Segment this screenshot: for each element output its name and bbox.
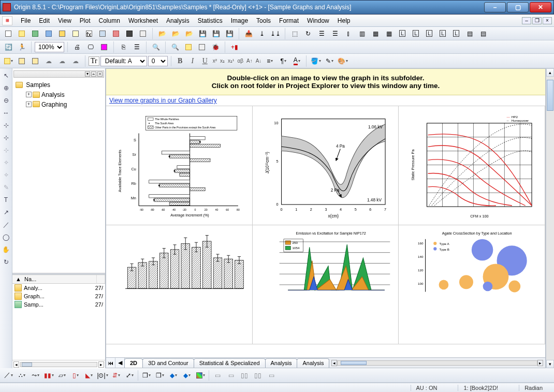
superscript-button[interactable]: x² bbox=[212, 58, 218, 64]
text-tool[interactable]: T bbox=[1, 195, 11, 205]
pan-tool[interactable]: ✋ bbox=[1, 244, 11, 255]
rescale-button[interactable]: 🔍 bbox=[150, 41, 162, 53]
toolbox-c-button[interactable]: 🐞 bbox=[209, 41, 222, 53]
sheet-tab-0[interactable]: 2D bbox=[124, 358, 143, 368]
pe-col-name[interactable]: Na... bbox=[24, 276, 36, 282]
font-color-button[interactable]: A bbox=[290, 55, 303, 67]
thumb-fill-area[interactable]: 1.06 kV 4 Pa 2 Pa 1.48 kV J(10¹¹cm⁻³) x(… bbox=[252, 106, 399, 225]
duplicate-button[interactable]: ⎘ bbox=[117, 41, 129, 53]
sheet-tab-4[interactable]: Analysis bbox=[297, 358, 329, 368]
new-notes-button[interactable] bbox=[110, 28, 122, 39]
pe-row[interactable]: Samp...27/ bbox=[12, 300, 105, 309]
content-hscroll-right[interactable]: ▸ bbox=[537, 360, 543, 366]
recalc-button[interactable]: ↻ bbox=[302, 28, 314, 39]
3d-surface-button[interactable]: ◆ bbox=[167, 370, 180, 381]
increase-font-button[interactable]: A↑ bbox=[245, 58, 254, 64]
close-button[interactable]: ✕ bbox=[530, 2, 551, 12]
new-3d-button[interactable] bbox=[137, 28, 149, 39]
zoom-in-tool[interactable]: ⊕ bbox=[1, 83, 11, 93]
pie-plot-button[interactable]: ◣ bbox=[83, 370, 95, 381]
save-button[interactable]: 💾 bbox=[196, 28, 209, 39]
open-template-button[interactable]: 📂 bbox=[169, 28, 182, 39]
menu-edit[interactable]: Edit bbox=[35, 16, 54, 25]
pe-hscroll[interactable]: ◂ ▸ bbox=[12, 360, 105, 368]
fm-e-button[interactable]: ☁ bbox=[56, 55, 68, 67]
data-reader-tool[interactable]: ⊹ bbox=[1, 133, 11, 143]
add-layer-button[interactable]: ▤ bbox=[463, 28, 476, 39]
scatter-plot-button[interactable]: ∴ bbox=[16, 370, 28, 381]
vscroll-track[interactable] bbox=[546, 77, 554, 360]
layer-a-button[interactable]: 🄻 bbox=[423, 28, 435, 39]
sheet-tab-2[interactable]: Statistical & Specialized bbox=[194, 358, 266, 368]
line-tool[interactable]: ／ bbox=[1, 220, 11, 230]
line-spacing-button[interactable]: ¶ bbox=[277, 55, 289, 67]
pe-row[interactable]: Graph...27/ bbox=[12, 292, 105, 300]
thumb-pressure-curves[interactable]: —HP2 --Horsepower Static Pressure Pa CFM… bbox=[398, 106, 545, 225]
3d-wire-button[interactable]: ◆ bbox=[181, 370, 193, 381]
fm-a-button[interactable] bbox=[2, 55, 14, 67]
new-layout-button[interactable] bbox=[69, 28, 82, 39]
link-layer-button[interactable]: ▤ bbox=[477, 28, 489, 39]
column-plot-button[interactable]: ▮▮ bbox=[42, 370, 55, 381]
new-image-button[interactable] bbox=[96, 28, 109, 39]
mdi-minimize-button[interactable]: – bbox=[522, 17, 531, 24]
fm-c-button[interactable] bbox=[29, 55, 41, 67]
new-graph-button[interactable] bbox=[42, 28, 55, 39]
hscroll-left[interactable]: ◂ bbox=[13, 361, 19, 368]
layer-b-button[interactable]: 🄻 bbox=[436, 28, 449, 39]
vscroll-down[interactable]: ▾ bbox=[546, 360, 554, 368]
menu-format[interactable]: Format bbox=[275, 16, 303, 25]
new-matrix-button[interactable] bbox=[56, 28, 68, 39]
supersub-button[interactable]: x₂¹ bbox=[227, 58, 235, 64]
tree-expand-analysis[interactable]: + bbox=[26, 92, 32, 97]
save-template-button[interactable]: 💾 bbox=[210, 28, 222, 39]
new-project-button[interactable] bbox=[2, 28, 14, 39]
tree-item-graphing[interactable]: Graphing bbox=[41, 100, 67, 108]
content-hscroll-left[interactable]: ◂ bbox=[331, 360, 337, 366]
font-family-select[interactable]: Default: A bbox=[100, 56, 147, 66]
merge-a-button[interactable]: ▭ bbox=[211, 370, 224, 381]
zoom-out-tool[interactable]: ⊖ bbox=[1, 95, 11, 106]
line-color-button[interactable]: ✎ bbox=[323, 55, 336, 67]
origin-logo-icon[interactable]: ⊞ bbox=[2, 16, 12, 25]
menu-file[interactable]: File bbox=[17, 16, 35, 25]
contour-button[interactable] bbox=[194, 370, 207, 381]
line-plot-button[interactable]: ／ bbox=[2, 370, 14, 381]
toolbox-b-button[interactable] bbox=[196, 41, 208, 53]
pe-col-size[interactable] bbox=[97, 275, 105, 283]
pe-pin-button[interactable]: ▾ bbox=[85, 71, 90, 77]
font-size-select[interactable]: 0 bbox=[148, 56, 168, 66]
new-legend-button[interactable]: ☰ bbox=[130, 41, 143, 53]
import-single-button[interactable]: ⤓ bbox=[256, 28, 268, 39]
row-list-button[interactable]: ☰ bbox=[329, 28, 341, 39]
thumb-bubble-chart[interactable]: Agate CrossSection by Type and Location … bbox=[398, 225, 545, 344]
tree-root[interactable]: Samples +Analysis+Graphing bbox=[13, 80, 104, 109]
menu-image[interactable]: Image bbox=[227, 16, 252, 25]
menu-worksheet[interactable]: Worksheet bbox=[124, 16, 162, 25]
refresh-button[interactable]: 🔄 bbox=[2, 41, 14, 53]
pe-col-sort[interactable]: ▲ Na... bbox=[12, 275, 97, 283]
rescale-tool[interactable]: ↔ bbox=[1, 108, 11, 118]
plot-setup-button[interactable]: 🄻 bbox=[410, 28, 422, 39]
content-hscroll-track[interactable] bbox=[337, 360, 537, 366]
thumb-emission-excitation[interactable]: Emission vs Excitation for Sample NIP172… bbox=[252, 225, 399, 344]
fm-b-button[interactable] bbox=[16, 55, 28, 67]
underline-button[interactable]: U bbox=[199, 56, 211, 66]
copy-page-button[interactable] bbox=[98, 41, 110, 53]
layout-a-button[interactable]: ▦ bbox=[369, 28, 382, 39]
split-button[interactable]: ⫿ bbox=[342, 28, 355, 39]
sheet-tab-1[interactable]: 3D and Contour bbox=[142, 358, 194, 368]
region-tool[interactable]: ✧ bbox=[1, 170, 11, 180]
rotate-tool[interactable]: ↻ bbox=[1, 257, 11, 267]
3d-xyz-button[interactable]: ❒ bbox=[154, 370, 166, 381]
new-function-button[interactable]: fx bbox=[83, 28, 95, 39]
hscroll-right[interactable]: ▸ bbox=[98, 361, 104, 368]
layout-b-button[interactable]: ▦ bbox=[383, 28, 395, 39]
open-button[interactable]: 📂 bbox=[156, 28, 168, 39]
merge-b-button[interactable]: ▭ bbox=[225, 370, 237, 381]
screen-reader-tool[interactable]: ⊹ bbox=[1, 120, 11, 130]
rectangle-tool[interactable]: ◯ bbox=[1, 232, 11, 242]
content-vscroll[interactable]: ▴ ▾ bbox=[546, 68, 554, 368]
import-wizard-button[interactable]: 📥 bbox=[242, 28, 255, 39]
pe-pin-toggle[interactable]: ⫠ bbox=[91, 71, 96, 77]
